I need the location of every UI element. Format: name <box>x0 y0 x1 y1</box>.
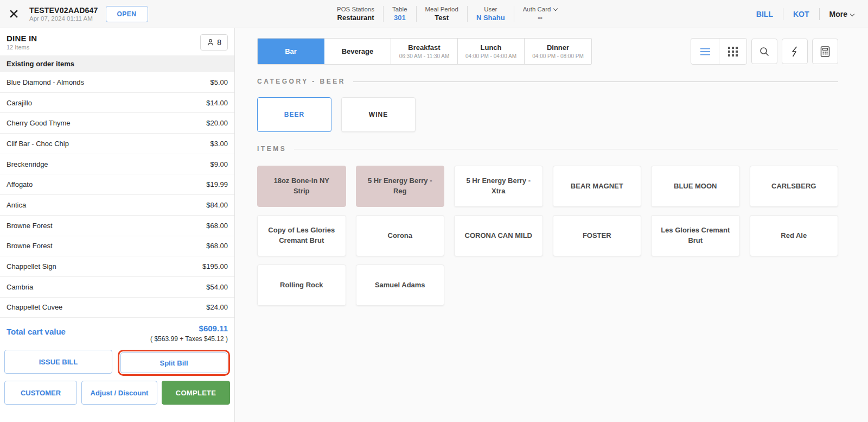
menu-item-card[interactable]: BEAR MAGNET <box>553 166 642 207</box>
guest-count-badge[interactable]: 8 <box>200 34 228 51</box>
order-item-price: $20.00 <box>206 119 228 127</box>
category-section-heading: CATEGORY - BEER <box>257 78 838 85</box>
kot-button[interactable]: KOT <box>783 10 819 18</box>
meal-tab[interactable]: Bar <box>258 39 324 64</box>
category-card[interactable]: BEER <box>257 97 331 132</box>
order-item-row[interactable]: Affogato $19.99 <box>0 174 234 195</box>
order-info-cell[interactable]: Auth Card -- <box>514 6 566 22</box>
open-status-button[interactable]: OPEN <box>106 6 148 22</box>
order-item-row[interactable]: Antica $84.00 <box>0 195 234 216</box>
quick-actions-button[interactable] <box>782 39 808 64</box>
calculator-button[interactable] <box>812 39 838 64</box>
more-menu-button[interactable]: More <box>820 10 856 18</box>
info-label: Meal Period <box>425 6 458 12</box>
order-item-row[interactable]: Chappellet Cuvee $24.00 <box>0 298 234 318</box>
meal-tab[interactable]: Lunch 04:00 PM - 04:00 AM <box>458 39 525 64</box>
order-item-row[interactable]: Browne Forest $68.00 <box>0 216 234 236</box>
menu-item-card[interactable]: CARLSBERG <box>750 166 839 207</box>
menu-item-card[interactable]: Rolling Rock <box>257 264 346 306</box>
menu-item-card[interactable]: FOSTER <box>553 215 642 256</box>
order-item-row[interactable]: Browne Forest $68.00 <box>0 236 234 257</box>
menu-item-card[interactable]: Samuel Adams <box>356 264 445 306</box>
order-id: TESTEV02AAD647 <box>29 6 98 15</box>
category-cards: BEER WINE <box>257 97 838 132</box>
order-item-row[interactable]: Cambria $54.00 <box>0 277 234 298</box>
menu-item-card[interactable]: Red Ale <box>750 215 839 256</box>
order-item-name: Antica <box>7 201 26 209</box>
issue-bill-button[interactable]: ISSUE BILL <box>4 350 112 374</box>
order-item-row[interactable]: Blue Diamond - Almonds $5.00 <box>0 72 234 93</box>
close-icon[interactable] <box>5 6 22 22</box>
info-value: N Shahu <box>476 14 505 22</box>
adjust-discount-button[interactable]: Adjust / Discount <box>81 381 157 405</box>
menu-item-card[interactable]: Corona <box>356 215 445 256</box>
list-view-button[interactable] <box>691 39 719 64</box>
grid-view-icon <box>728 47 738 56</box>
meal-tab-time: 04:00 PM - 04:00 AM <box>465 53 516 59</box>
split-bill-annotation-ring: Split Bill <box>118 350 230 376</box>
order-item-price: $68.00 <box>206 242 228 250</box>
order-item-row[interactable]: Carajillo $14.00 <box>0 93 234 114</box>
info-value: 301 <box>392 14 407 22</box>
order-item-name: Cherry Good Thyme <box>7 119 71 127</box>
menu-item-card[interactable]: CORONA CAN MILD <box>454 215 543 256</box>
menu-item-card[interactable]: 5 Hr Energy Berry - Reg <box>356 166 445 207</box>
menu-item-card[interactable]: Copy of Les Glories Cremant Brut <box>257 215 346 256</box>
search-button[interactable] <box>751 39 777 64</box>
guest-count: 8 <box>217 38 221 47</box>
order-item-name: Blue Diamond - Almonds <box>7 78 84 86</box>
meal-period-tabs: Bar Beverage Breakfast 06:30 AM - 11:30 … <box>257 38 592 65</box>
heading-rule <box>294 149 838 149</box>
info-label: User <box>476 6 505 12</box>
order-item-price: $54.00 <box>206 283 228 291</box>
category-card[interactable]: WINE <box>341 97 416 132</box>
order-item-row[interactable]: Breckenridge $9.00 <box>0 154 234 175</box>
info-label: Table <box>392 6 407 12</box>
order-item-price: $14.00 <box>206 99 228 107</box>
meal-tab-label: Dinner <box>547 43 569 52</box>
order-item-price: $84.00 <box>206 201 228 209</box>
order-item-price: $24.00 <box>206 303 228 311</box>
meal-tab[interactable]: Beverage <box>324 39 391 64</box>
items-heading-text: ITEMS <box>257 145 286 153</box>
order-item-row[interactable]: Cherry Good Thyme $20.00 <box>0 113 234 134</box>
order-item-price: $19.99 <box>206 180 228 188</box>
menu-item-card[interactable]: 18oz Bone-in NY Strip <box>257 166 346 207</box>
order-item-price: $68.00 <box>206 222 228 230</box>
order-info-cell[interactable]: Table 301 <box>384 6 417 22</box>
complete-button[interactable]: COMPLETE <box>162 381 230 405</box>
order-info-cell[interactable]: Meal Period Test <box>417 6 468 22</box>
menu-item-card[interactable]: 5 Hr Energy Berry - Xtra <box>454 166 543 207</box>
order-item-row[interactable]: Clif Bar - Choc Chip $3.00 <box>0 134 234 154</box>
info-label: Auth Card <box>523 6 558 12</box>
category-heading-text: CATEGORY - BEER <box>257 78 346 85</box>
menu-item-card[interactable]: Les Glories Cremant Brut <box>651 215 740 256</box>
order-info-cell[interactable]: User N Shahu <box>468 6 514 22</box>
grid-view-button[interactable] <box>719 39 746 64</box>
order-item-name: Cambria <box>7 283 33 291</box>
order-info-cell[interactable]: POS Stations Restaurant <box>328 6 384 22</box>
total-cart-label: Total cart value <box>7 324 66 343</box>
info-label: POS Stations <box>337 6 374 12</box>
order-item-price: $195.00 <box>202 262 228 270</box>
order-item-name: Browne Forest <box>7 222 53 230</box>
bill-button[interactable]: BILL <box>746 10 783 18</box>
heading-rule <box>353 81 838 82</box>
person-icon <box>207 39 214 46</box>
order-item-name: Clif Bar - Choc Chip <box>7 140 69 148</box>
service-type: DINE IN <box>7 34 37 43</box>
split-bill-button[interactable]: Split Bill <box>120 352 227 373</box>
order-item-row[interactable]: Chappellet Sign $195.00 <box>0 256 234 277</box>
view-toolbar <box>691 38 838 65</box>
info-value: Test <box>425 14 458 22</box>
customer-button[interactable]: CUSTOMER <box>4 381 77 405</box>
meal-tab[interactable]: Dinner 04:00 PM - 08:00 PM <box>525 39 591 64</box>
items-count: 12 Items <box>7 44 37 51</box>
meal-tab[interactable]: Breakfast 06:30 AM - 11:30 AM <box>391 39 458 64</box>
menu-item-card[interactable]: BLUE MOON <box>651 166 740 207</box>
list-view-icon <box>700 47 711 56</box>
calculator-icon <box>820 46 830 57</box>
meal-tab-label: Breakfast <box>408 43 440 52</box>
meal-tab-label: Beverage <box>342 47 374 55</box>
total-cart-value: $609.11 <box>150 324 228 333</box>
